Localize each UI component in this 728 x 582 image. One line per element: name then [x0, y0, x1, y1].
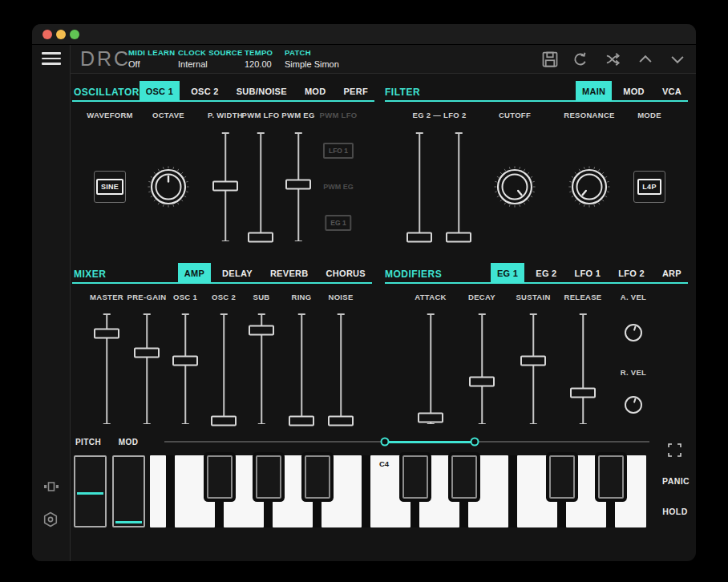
- slider-mixer-sub[interactable]: [249, 325, 274, 336]
- black-key-F3s[interactable]: [207, 455, 233, 499]
- selector-option-lfo-1[interactable]: LFO 1: [323, 143, 354, 159]
- black-key-C4s[interactable]: [402, 455, 428, 499]
- tab-main[interactable]: MAIN: [576, 81, 612, 102]
- label-filter-mode: MODE: [637, 111, 661, 119]
- pitch-wheel[interactable]: [74, 455, 107, 527]
- label-oscillators-pwm-lfo: PWM LFO: [320, 111, 358, 119]
- selector-option-eg-1[interactable]: EG 1: [325, 215, 351, 231]
- label-oscillators-pwm-eg: PWM EG: [281, 111, 314, 119]
- slider-track-mixer-osc-1[interactable]: [184, 314, 186, 423]
- button-label: L4P: [637, 179, 661, 195]
- knob-modifiers-r-vel[interactable]: [623, 394, 644, 415]
- slider-track-oscillators-pwm-lfo[interactable]: [260, 133, 261, 240]
- label-modifiers-a-vel: A. VEL: [621, 293, 646, 301]
- slider-mixer-noise[interactable]: [328, 416, 354, 426]
- slider-mixer-master[interactable]: [94, 329, 119, 339]
- label-mixer-sub: SUB: [253, 293, 270, 301]
- slider-track-filter-eg2-amount[interactable]: [419, 133, 420, 240]
- slider-filter-lfo2-amount[interactable]: [446, 232, 471, 242]
- tab-eg-2[interactable]: EG 2: [529, 263, 563, 284]
- slider-oscillators-p-width[interactable]: [212, 180, 238, 191]
- slider-mixer-osc-2[interactable]: [211, 416, 237, 426]
- modifiers-underline: [385, 282, 688, 284]
- label-oscillators-waveform: WAVEFORM: [87, 111, 133, 119]
- knob-filter-resonance[interactable]: [568, 165, 611, 208]
- tab-eg-1[interactable]: EG 1: [491, 263, 524, 284]
- label-modifiers-r-vel: R. VEL: [621, 368, 646, 377]
- label-mixer-osc-2: OSC 2: [212, 293, 236, 301]
- label-mixer-noise: NOISE: [328, 293, 353, 301]
- label-mixer-master: MASTER: [90, 293, 123, 301]
- slider-mixer-osc-1[interactable]: [172, 356, 198, 366]
- slider-track-filter-lfo2-amount[interactable]: [458, 133, 459, 240]
- mod-wheel-position: [115, 521, 142, 523]
- slider-mixer-pre-gain[interactable]: [134, 347, 160, 358]
- tab-arp[interactable]: ARP: [656, 263, 688, 284]
- black-key-G3s[interactable]: [256, 455, 281, 499]
- slider-track-mixer-pre-gain[interactable]: [146, 314, 148, 423]
- slider-track-mixer-osc-2[interactable]: [223, 314, 224, 423]
- slider-modifiers-sustain[interactable]: [520, 356, 546, 366]
- filter-tabs: MAINMODVCA: [32, 81, 688, 102]
- slider-modifiers-attack[interactable]: [418, 413, 443, 423]
- button-label: SINE: [96, 179, 123, 195]
- slider-modifiers-decay[interactable]: [469, 377, 495, 387]
- panic-button[interactable]: PANIC: [662, 476, 690, 486]
- app-window: DRC MIDI LEARNOffCLOCK SOURCEInternalTEM…: [32, 24, 696, 561]
- black-key-G4s[interactable]: [598, 455, 624, 499]
- expand-icon[interactable]: [668, 443, 681, 457]
- slider-track-mixer-noise[interactable]: [340, 314, 342, 423]
- pitch-wheel-label: PITCH: [75, 438, 101, 447]
- button-filter-mode[interactable]: L4P: [633, 171, 665, 203]
- slider-oscillators-pwm-eg[interactable]: [285, 180, 311, 190]
- label-mixer-osc-1: OSC 1: [173, 293, 197, 301]
- key-range-handle-high[interactable]: [471, 438, 479, 447]
- label-mixer-ring: RING: [292, 293, 312, 301]
- key-octave-label: C4: [379, 459, 389, 468]
- label-filter-cutoff: CUTOFF: [499, 111, 531, 119]
- slider-oscillators-pwm-lfo[interactable]: [248, 232, 273, 242]
- key-range-selection[interactable]: [385, 441, 475, 443]
- pitch-wheel-position: [77, 492, 103, 495]
- modifiers-tabs: EG 1EG 2LFO 1LFO 2ARP: [32, 263, 688, 284]
- label-modifiers-decay: DECAY: [468, 293, 495, 301]
- tab-lfo-2[interactable]: LFO 2: [612, 263, 651, 284]
- label-oscillators-octave: OCTAVE: [152, 111, 184, 119]
- slider-track-modifiers-decay[interactable]: [481, 314, 483, 423]
- mod-wheel-label: MOD: [119, 438, 139, 447]
- label-modifiers-release: RELEASE: [564, 293, 602, 301]
- label-oscillators-pwm-lfo: PWM LFO: [242, 111, 280, 119]
- hold-button[interactable]: HOLD: [662, 507, 687, 516]
- knob-filter-cutoff[interactable]: [493, 165, 536, 208]
- white-key-E3[interactable]: [150, 455, 166, 527]
- key-range-handle-low[interactable]: [381, 438, 390, 447]
- mod-wheel[interactable]: [112, 455, 145, 527]
- tab-lfo-1[interactable]: LFO 1: [568, 263, 608, 284]
- label-filter-eg-2-lfo-2: EG 2 — LFO 2: [413, 111, 467, 119]
- filter-underline: [385, 100, 688, 102]
- label-filter-resonance: RESONANCE: [564, 111, 614, 119]
- knob-modifiers-a-vel[interactable]: [623, 322, 644, 343]
- tab-vca[interactable]: VCA: [656, 81, 688, 102]
- slider-track-modifiers-sustain[interactable]: [532, 314, 534, 423]
- slider-track-mixer-ring[interactable]: [301, 314, 302, 423]
- slider-track-modifiers-release[interactable]: [582, 314, 584, 423]
- label-oscillators-p-width: P. WIDTH: [208, 111, 243, 119]
- tab-mod[interactable]: MOD: [617, 81, 651, 102]
- label-mixer-pre-gain: PRE-GAIN: [127, 293, 167, 301]
- label-modifiers-attack: ATTACK: [415, 293, 446, 301]
- black-key-D4s[interactable]: [451, 455, 477, 499]
- button-oscillators-waveform[interactable]: SINE: [94, 171, 126, 203]
- keyboard: C4: [150, 455, 646, 527]
- slider-filter-eg2-amount[interactable]: [406, 232, 432, 242]
- selector-option-pwm-eg: PWM EG: [323, 183, 354, 191]
- knob-oscillators-octave[interactable]: [147, 165, 190, 208]
- slider-modifiers-release[interactable]: [570, 387, 596, 398]
- black-key-A3s[interactable]: [305, 455, 330, 499]
- slider-track-modifiers-attack[interactable]: [430, 314, 431, 423]
- slider-mixer-ring[interactable]: [289, 416, 314, 426]
- black-key-F4s[interactable]: [549, 455, 575, 499]
- label-modifiers-sustain: SUSTAIN: [516, 293, 550, 301]
